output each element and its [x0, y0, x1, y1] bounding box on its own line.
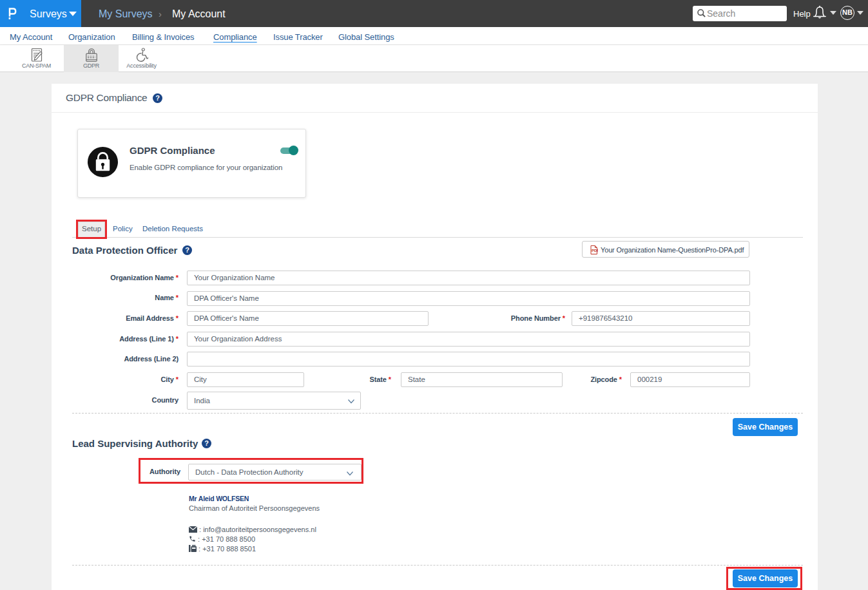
svg-text:PDF: PDF: [592, 249, 598, 252]
